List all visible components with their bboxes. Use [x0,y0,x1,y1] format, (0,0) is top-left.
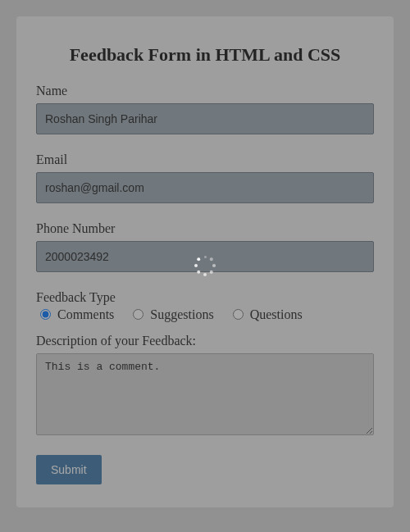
radio-questions-label[interactable]: Questions [229,307,303,321]
feedback-type-group: Comments Suggestions Questions [36,307,374,322]
name-label: Name [36,84,374,98]
radio-comments-text: Comments [57,307,114,321]
description-textarea[interactable] [36,353,374,435]
radio-comments-label[interactable]: Comments [36,307,117,321]
feedback-card: Feedback Form in HTML and CSS Name Email… [16,16,394,507]
radio-suggestions-text: Suggestions [150,307,213,321]
feedback-type-label: Feedback Type [36,290,374,305]
radio-suggestions[interactable] [133,309,144,320]
form-title: Feedback Form in HTML and CSS [36,44,374,66]
phone-input[interactable] [36,241,374,272]
email-label: Email [36,152,374,167]
radio-questions[interactable] [233,309,244,320]
phone-label: Phone Number [36,221,374,236]
email-input[interactable] [36,172,374,203]
name-input[interactable] [36,103,374,134]
description-label: Description of your Feedback: [36,334,374,348]
radio-questions-text: Questions [250,307,303,321]
submit-button[interactable]: Submit [36,455,102,484]
radio-suggestions-label[interactable]: Suggestions [129,307,216,321]
radio-comments[interactable] [40,309,51,320]
